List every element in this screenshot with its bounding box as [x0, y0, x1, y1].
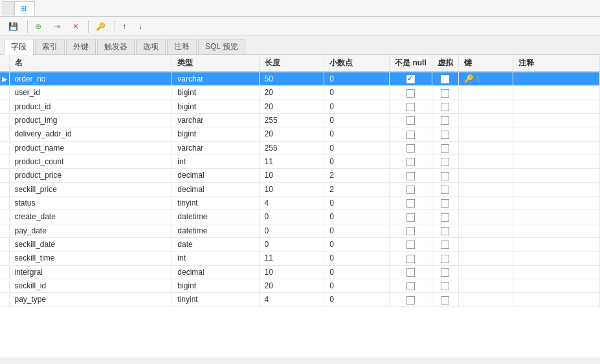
- field-virtual[interactable]: [432, 155, 458, 168]
- objects-tab[interactable]: [3, 1, 14, 16]
- field-key: [458, 237, 513, 251]
- table-row[interactable]: product_pricedecimal102: [0, 169, 600, 182]
- field-virtual[interactable]: [432, 141, 458, 155]
- field-comment: [513, 265, 599, 279]
- field-virtual[interactable]: [432, 72, 458, 86]
- field-virtual[interactable]: [432, 182, 458, 196]
- table-row[interactable]: product_namevarchar2550: [0, 141, 600, 155]
- field-virtual[interactable]: [432, 100, 458, 113]
- table-row[interactable]: product_imgvarchar2550: [0, 113, 600, 127]
- field-decimal: 0: [324, 72, 390, 86]
- field-virtual[interactable]: [432, 210, 458, 224]
- field-virtual[interactable]: [432, 224, 458, 237]
- field-key: [458, 127, 513, 141]
- notnull-header: 不是 null: [390, 55, 432, 72]
- nav-tab-选项[interactable]: 选项: [136, 39, 166, 54]
- delete-field-button[interactable]: ✕: [68, 19, 85, 34]
- table-row[interactable]: pay_typetinyint40: [0, 293, 600, 306]
- field-length: 10: [259, 182, 324, 196]
- field-notnull[interactable]: [390, 293, 432, 306]
- table-row[interactable]: statustinyint40: [0, 196, 600, 209]
- table-row[interactable]: seckill_datedate00: [0, 237, 600, 251]
- field-virtual[interactable]: [432, 169, 458, 182]
- field-notnull[interactable]: [390, 155, 432, 168]
- field-length: 20: [259, 127, 324, 141]
- primary-key-button[interactable]: 🔑: [91, 19, 112, 34]
- field-virtual[interactable]: [432, 265, 458, 279]
- length-header: 长度: [259, 55, 324, 72]
- field-comment: [513, 127, 599, 141]
- table-row[interactable]: ▶order_novarchar500🔑 1: [0, 72, 600, 86]
- field-notnull[interactable]: [390, 265, 432, 279]
- table-header-row: 名 类型 长度 小数点 不是 null 虚拟 键 注释: [0, 55, 600, 72]
- field-notnull[interactable]: [390, 224, 432, 237]
- table-tab[interactable]: ⊞: [14, 1, 35, 16]
- field-notnull[interactable]: [390, 86, 432, 100]
- field-key: [458, 224, 513, 237]
- field-name: seckill_time: [9, 252, 172, 265]
- field-notnull[interactable]: [390, 169, 432, 182]
- field-notnull[interactable]: [390, 196, 432, 209]
- field-notnull[interactable]: [390, 72, 432, 86]
- row-indicator: [0, 86, 9, 100]
- field-decimal: 0: [324, 279, 390, 292]
- move-up-button[interactable]: ↑: [118, 19, 133, 34]
- field-notnull[interactable]: [390, 210, 432, 224]
- field-decimal: 0: [324, 252, 390, 265]
- field-notnull[interactable]: [390, 127, 432, 141]
- nav-tab-外键[interactable]: 外键: [66, 39, 96, 54]
- table-row[interactable]: user_idbigint200: [0, 86, 600, 100]
- field-decimal: 0: [324, 155, 390, 168]
- field-virtual[interactable]: [432, 86, 458, 100]
- field-type: varchar: [172, 113, 259, 127]
- field-name: product_name: [9, 141, 172, 155]
- field-virtual[interactable]: [432, 113, 458, 127]
- row-indicator: [0, 237, 9, 251]
- field-comment: [513, 196, 599, 209]
- field-notnull[interactable]: [390, 141, 432, 155]
- nav-tab-触发器[interactable]: 触发器: [97, 39, 135, 54]
- table-row[interactable]: product_countint110: [0, 155, 600, 168]
- field-notnull[interactable]: [390, 279, 432, 292]
- field-virtual[interactable]: [432, 237, 458, 251]
- field-notnull[interactable]: [390, 113, 432, 127]
- add-field-button[interactable]: ⊕: [30, 19, 48, 34]
- field-comment: [513, 237, 599, 251]
- save-button[interactable]: 💾: [4, 19, 25, 34]
- field-type: decimal: [172, 169, 259, 182]
- table-row[interactable]: intergraldecimal100: [0, 265, 600, 279]
- table-row[interactable]: seckill_timeint110: [0, 252, 600, 265]
- field-comment: [513, 113, 599, 127]
- field-virtual[interactable]: [432, 252, 458, 265]
- nav-tab-注释[interactable]: 注释: [167, 39, 197, 54]
- table-row[interactable]: product_idbigint200: [0, 100, 600, 113]
- field-notnull[interactable]: [390, 100, 432, 113]
- table-row[interactable]: seckill_idbigint200: [0, 279, 600, 292]
- row-indicator: [0, 113, 9, 127]
- field-virtual[interactable]: [432, 127, 458, 141]
- row-indicator: [0, 279, 9, 292]
- table-row[interactable]: seckill_pricedecimal102: [0, 182, 600, 196]
- field-notnull[interactable]: [390, 252, 432, 265]
- table-container[interactable]: 名 类型 长度 小数点 不是 null 虚拟 键 注释 ▶order_novar…: [0, 55, 600, 358]
- field-length: 11: [259, 155, 324, 168]
- field-virtual[interactable]: [432, 293, 458, 306]
- nav-tab-索引[interactable]: 索引: [35, 39, 65, 54]
- field-virtual[interactable]: [432, 279, 458, 292]
- table-row[interactable]: pay_datedatetime00: [0, 224, 600, 237]
- field-name: user_id: [9, 86, 172, 100]
- table-row[interactable]: delivery_addr_idbigint200: [0, 127, 600, 141]
- table-row[interactable]: create_datedatetime00: [0, 210, 600, 224]
- row-indicator: [0, 100, 9, 113]
- row-indicator: [0, 127, 9, 141]
- field-virtual[interactable]: [432, 196, 458, 209]
- move-down-button[interactable]: ↓: [134, 19, 149, 34]
- nav-tab-SQL 预览[interactable]: SQL 预览: [198, 39, 245, 54]
- insert-field-button[interactable]: ⇥: [49, 19, 67, 34]
- field-notnull[interactable]: [390, 237, 432, 251]
- toolbar: 💾 ⊕ ⇥ ✕ 🔑 ↑ ↓: [0, 17, 600, 36]
- field-notnull[interactable]: [390, 182, 432, 196]
- nav-tab-字段[interactable]: 字段: [4, 39, 34, 55]
- field-type: bigint: [172, 127, 259, 141]
- insert-field-icon: ⇥: [54, 22, 60, 31]
